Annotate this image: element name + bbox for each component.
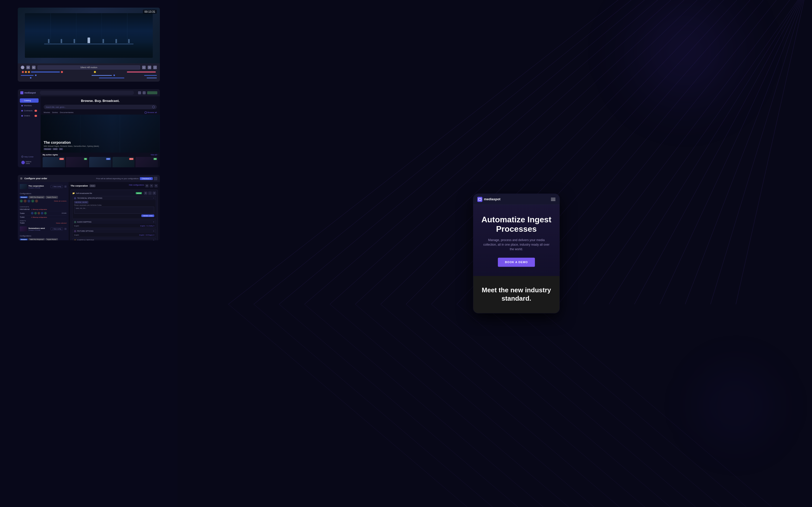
sidebar-orders-item[interactable]: Orders ! [20, 114, 39, 118]
trailer-icon-3 [38, 212, 40, 215]
tag-apple-2[interactable]: Apple iTunes [46, 238, 58, 240]
thumb-3[interactable]: HDR [89, 157, 111, 167]
tech-specs-toggle[interactable]: − [153, 197, 154, 199]
user-avatar-item[interactable]: Helena Stata [20, 160, 39, 165]
sidebar-catalog-item[interactable]: Catalog [20, 98, 39, 103]
tl-dot-1 [35, 74, 37, 76]
phone-app-name: mediaspot [484, 197, 500, 201]
phone-logo: mediaspot [477, 197, 500, 202]
audio-mapping-header[interactable]: AUDIO MAPPING + [72, 220, 156, 224]
header-action-icons[interactable] [138, 91, 157, 94]
broadcast-ctrl-2[interactable]: ↑ [148, 191, 152, 195]
tech-specs-header[interactable]: TECHNICAL SPECIFICATIONS − [72, 196, 156, 200]
sidebar-contracts-item[interactable]: Contracts ! [20, 109, 39, 113]
order-config-card: Configure your order Price will be defin… [18, 175, 160, 240]
svg-line-23 [279, 304, 533, 507]
video-scene [25, 13, 153, 58]
territory-codes-input[interactable]: ENG, FR, ITA... [74, 207, 154, 214]
add-config-button-2[interactable]: + New config [50, 227, 63, 230]
audio-icon [74, 221, 76, 223]
subtitle-options-header[interactable]: SUBTITLE OPTIONS + [72, 238, 156, 240]
search-icon[interactable] [152, 106, 155, 108]
close-ctrl[interactable]: ✕ [154, 184, 158, 187]
timeline-segment-2[interactable] [127, 71, 156, 72]
broadcast-ctrl-3[interactable]: ✕ [153, 191, 156, 195]
picture-value-dropdown[interactable]: English - US Region ▾ [139, 234, 154, 236]
compare-icon[interactable] [138, 91, 141, 94]
hamburger-menu-icon[interactable] [551, 198, 555, 201]
playback-controls[interactable]: ▶ ⏮ ⏭ [21, 66, 36, 69]
broadcast-ctrl-1[interactable]: ⚙ [144, 191, 147, 195]
spec-tags-row: HD PCE - 24 IPS [74, 201, 154, 204]
tag-hbo-2[interactable]: HBO Pan Regional [29, 238, 45, 240]
nav-documentaries[interactable]: Documentaries [60, 111, 73, 114]
broadcast-controls[interactable]: ⚙ ↑ ✕ [144, 191, 156, 195]
tag-amazon-2[interactable]: Amazon [20, 238, 28, 240]
movie-item-corporation: The corporation Content: 0714AM + New co… [20, 184, 66, 189]
play-button[interactable]: ▶ [21, 66, 24, 69]
subtitle-toggle[interactable]: + [153, 239, 154, 240]
config-icons-row: ✓ ! i ✓ ! Delete all contents [20, 200, 66, 203]
checkout-button[interactable]: Checkout 2 [140, 177, 153, 180]
tag-amazon[interactable]: Amazon [20, 196, 28, 198]
thumb-4[interactable]: NEW [112, 157, 135, 167]
catalog-search-bar[interactable] [40, 91, 134, 95]
thumb-2[interactable]: 4K [66, 157, 88, 167]
subtitle-display: Silent Hill motion [38, 65, 140, 69]
config-section-somewhere: Configurations Amazon HBO Pan Regional A… [20, 235, 66, 240]
svg-line-32 [507, 304, 761, 507]
forward-button[interactable]: ⏭ [32, 66, 36, 69]
help-center-item[interactable]: ? Help Center [20, 155, 39, 159]
phone-bottom-section: Meet the new industry standard. [473, 276, 560, 313]
translate-icon[interactable]: A [142, 66, 146, 69]
refresh-icon[interactable] [143, 91, 146, 94]
picture-toggle[interactable]: + [153, 230, 154, 232]
audio-toggle[interactable]: + [153, 221, 154, 223]
delete-selected-link[interactable]: Delete selected [56, 222, 66, 224]
tag-apple[interactable]: Apple iTunes [46, 196, 58, 199]
tl-segment-e [147, 77, 157, 78]
thumb-5[interactable]: HD [136, 157, 158, 167]
config-tags-row-somewhere: Amazon HBO Pan Regional Apple iTunes [20, 238, 66, 240]
order-settings-icon[interactable] [154, 177, 157, 180]
right-panel-controls[interactable]: Hide configurations ⚙ ✎ ✕ [129, 184, 158, 187]
thumb-1[interactable]: NEW [43, 157, 65, 167]
spec-icon [74, 197, 76, 199]
settings-icon[interactable]: ⚙ [148, 66, 151, 69]
tag-hbo[interactable]: HBO Pan Regional [29, 196, 45, 199]
content-size-trailer1: 655MB [62, 213, 66, 214]
svg-line-28 [406, 304, 660, 507]
collapse-icon-1[interactable] [64, 185, 66, 187]
audio-value-dropdown[interactable]: English - 5.1 Dolby ▾ [140, 225, 154, 227]
expand-icon[interactable]: ⤢ [153, 66, 157, 69]
nav-series[interactable]: Series [52, 111, 58, 114]
book-demo-button[interactable]: BOOK A DEMO [498, 258, 535, 267]
hide-configs-link[interactable]: Hide configurations [129, 184, 144, 187]
order-btn[interactable] [147, 91, 157, 94]
avatar-icon [21, 161, 25, 164]
nav-movies[interactable]: Movies [44, 111, 50, 114]
add-config-button-1[interactable]: + New config [50, 185, 63, 188]
catalog-search-input-bar[interactable]: Search title, cast, genre... [44, 105, 157, 109]
collapse-icon-2[interactable] [64, 228, 66, 230]
validate-codes-button[interactable]: Validate codes [141, 215, 154, 217]
view-all-link[interactable]: View all › [151, 154, 158, 156]
chevron-right-icon: › [157, 154, 158, 156]
nav-browse-all[interactable]: Browse all [145, 111, 157, 114]
hero-movie-cast: With Mickael Nigets, Richards Wales, Sam… [44, 145, 99, 147]
sidebar-orders-label: Orders [24, 115, 30, 117]
settings-ctrl[interactable]: ⚙ [145, 184, 149, 187]
picture-options-header[interactable]: PICTURE OPTIONS + [72, 229, 156, 233]
menu-line-1 [551, 198, 555, 198]
edit-ctrl[interactable]: ✎ [150, 184, 153, 187]
sidebar-wishlists-item[interactable]: Wishlists [20, 103, 39, 108]
close-button[interactable] [20, 177, 22, 179]
timeline-segment-1[interactable] [31, 71, 60, 72]
movie-info-somewhere: Somewhere west Content: 0714AM [29, 227, 49, 231]
orders-badge: ! [35, 115, 37, 117]
status-icon-1: ✓ [20, 200, 23, 203]
extra-controls[interactable]: A ⚙ ⤢ [142, 66, 157, 69]
rewind-button[interactable]: ⏮ [27, 66, 30, 69]
thumb-badge-4: NEW [129, 158, 134, 160]
delete-contents-link[interactable]: Delete all contents [54, 200, 66, 202]
